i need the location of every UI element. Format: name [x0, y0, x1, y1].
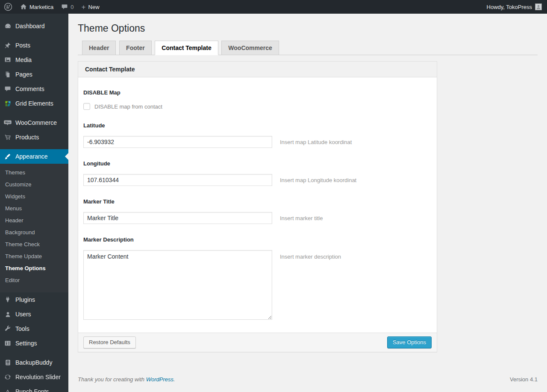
admin-menu: Dashboard Posts Media Pages Comments Gri… [0, 14, 68, 392]
sidebar-item-backupbuddy[interactable]: BackupBuddy [0, 355, 68, 370]
howdy-text: Howdy, TokoPress [487, 4, 532, 10]
sidebar-item-label: Comments [15, 85, 44, 93]
sidebar-item-label: Posts [15, 41, 30, 49]
sidebar-item-appearance[interactable]: Appearance [0, 149, 68, 164]
sidebar-item-label: WooCommerce [15, 119, 57, 127]
submenu-item-background[interactable]: Background [0, 227, 68, 239]
submenu-item-themes[interactable]: Themes [0, 167, 68, 179]
wordpress-logo-icon [4, 3, 12, 11]
submenu-item-widgets[interactable]: Widgets [0, 191, 68, 203]
menu-separator [0, 144, 68, 149]
sidebar-item-label: BackupBuddy [15, 359, 52, 366]
panel-footer: Restore Defaults Save Options [78, 333, 437, 352]
settings-icon [3, 339, 12, 347]
restore-defaults-button[interactable]: Restore Defaults [83, 336, 136, 348]
brush-icon [3, 153, 12, 160]
latitude-input[interactable] [83, 136, 272, 148]
sidebar-item-plugins[interactable]: Plugins [0, 292, 68, 307]
sidebar-item-dashboard[interactable]: Dashboard [0, 19, 68, 33]
field-marker-description: Marker Description Marker Content Insert… [83, 236, 432, 320]
letter-a-icon: A [3, 388, 12, 392]
comments-bubble-icon [61, 3, 68, 10]
menu-separator [0, 33, 68, 38]
sidebar-item-woocommerce[interactable]: Woo WooCommerce [0, 115, 68, 130]
grid-elements-icon [3, 100, 12, 107]
sidebar-item-label: Plugins [15, 296, 35, 304]
new-label: New [88, 4, 100, 10]
submenu-item-theme-check[interactable]: Theme Check [0, 239, 68, 251]
cart-icon [3, 133, 12, 141]
site-link[interactable]: Marketica [16, 0, 57, 14]
media-icon [3, 56, 12, 64]
wrench-icon [3, 325, 12, 333]
marker-title-help: Insert marker title [280, 215, 323, 221]
save-options-button[interactable]: Save Options [387, 336, 432, 348]
marker-description-help: Insert marker description [280, 253, 341, 260]
sidebar-item-posts[interactable]: Posts [0, 38, 68, 53]
thanks-period: . [174, 376, 175, 383]
tab-header[interactable]: Header [82, 41, 116, 55]
dashboard-icon [3, 22, 12, 30]
sidebar: Dashboard Posts Media Pages Comments Gri… [0, 14, 68, 392]
sidebar-item-label: Users [15, 310, 31, 318]
sidebar-item-comments[interactable]: Comments [0, 82, 68, 96]
sidebar-item-products[interactable]: Products [0, 130, 68, 144]
woocommerce-icon: Woo [3, 119, 12, 127]
home-icon [20, 3, 27, 10]
disable-map-checkbox[interactable] [83, 103, 90, 110]
wordpress-logo-menu[interactable] [0, 0, 16, 14]
sidebar-item-label: Media [15, 56, 32, 64]
disable-map-checkbox-row[interactable]: DISABLE map from contact [83, 103, 432, 110]
submenu-item-header[interactable]: Header [0, 215, 68, 227]
tab-woocommerce[interactable]: WooCommerce [221, 41, 279, 55]
new-content-menu[interactable]: + New [78, 0, 103, 14]
sidebar-item-label: Grid Elements [15, 100, 53, 107]
admin-bar: Marketica 0 + New Howdy, TokoPress [0, 0, 547, 14]
svg-text:Woo: Woo [5, 121, 11, 124]
site-name: Marketica [29, 4, 53, 10]
footer-thanks: Thank you for creating with WordPress. [78, 376, 175, 383]
pages-icon [3, 71, 12, 78]
tab-footer[interactable]: Footer [119, 41, 152, 55]
sidebar-item-label: Dashboard [15, 22, 45, 30]
revolution-slider-icon [3, 373, 12, 381]
sidebar-item-media[interactable]: Media [0, 53, 68, 67]
sidebar-item-pages[interactable]: Pages [0, 67, 68, 82]
tab-contact-template[interactable]: Contact Template [155, 41, 218, 55]
marker-title-input[interactable] [83, 212, 272, 224]
submenu-item-customize[interactable]: Customize [0, 179, 68, 191]
submenu-item-theme-update[interactable]: Theme Update [0, 251, 68, 262]
plus-icon: + [82, 3, 86, 11]
user-icon [3, 310, 12, 318]
disable-map-checkbox-label: DISABLE map from contact [94, 103, 162, 110]
page-footer: Thank you for creating with WordPress. V… [78, 376, 538, 383]
marker-description-textarea[interactable]: Marker Content [83, 250, 272, 320]
comments-shortcut[interactable]: 0 [57, 0, 77, 14]
submenu-item-theme-options[interactable]: Theme Options [0, 262, 68, 274]
sidebar-item-label: Revolution Slider [15, 373, 61, 381]
appearance-submenu: Themes Customize Widgets Menus Header Ba… [0, 164, 68, 292]
submenu-item-editor[interactable]: Editor [0, 274, 68, 286]
page-title: Theme Options [78, 22, 538, 35]
sidebar-item-revolution-slider[interactable]: Revolution Slider [0, 370, 68, 384]
sidebar-item-label: Settings [15, 339, 37, 347]
sidebar-item-label: Tools [15, 325, 29, 333]
appearance-submenu-wrap: Themes Customize Widgets Menus Header Ba… [0, 164, 68, 292]
sidebar-item-users[interactable]: Users [0, 307, 68, 321]
sidebar-item-settings[interactable]: Settings [0, 336, 68, 351]
sidebar-item-grid-elements[interactable]: Grid Elements [0, 96, 68, 111]
longitude-input[interactable] [83, 174, 272, 186]
sidebar-item-tools[interactable]: Tools [0, 321, 68, 336]
sidebar-item-punch-fonts[interactable]: A Punch Fonts [0, 384, 68, 392]
main-content: Theme Options Header Footer Contact Temp… [68, 0, 547, 392]
pushpin-icon [3, 41, 12, 49]
longitude-label: Longitude [83, 160, 432, 167]
field-disable-map: DISABLE Map DISABLE map from contact [83, 89, 432, 110]
sidebar-item-label: Pages [15, 71, 32, 78]
marker-title-label: Marker Title [83, 198, 432, 205]
wordpress-link[interactable]: WordPress [146, 376, 174, 383]
submenu-item-menus[interactable]: Menus [0, 203, 68, 215]
panel-body: DISABLE Map DISABLE map from contact Lat… [78, 77, 437, 333]
admin-bar-right[interactable]: Howdy, TokoPress [487, 3, 547, 10]
latitude-help: Insert map Latitude koordinat [280, 139, 352, 145]
